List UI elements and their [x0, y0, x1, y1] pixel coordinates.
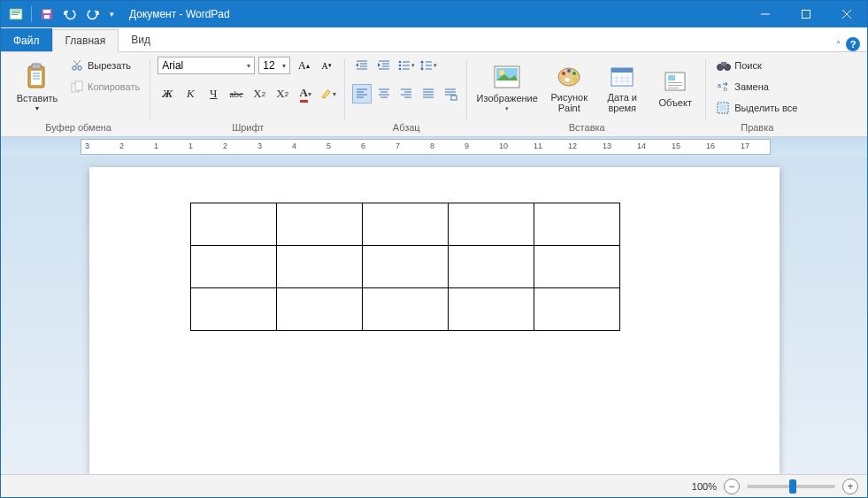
replace-icon: ab — [717, 80, 731, 94]
picture-icon — [493, 63, 521, 91]
document-table[interactable] — [190, 203, 620, 331]
maximize-button[interactable] — [786, 1, 826, 27]
insert-paint-button[interactable]: Рисунок Paint — [545, 56, 593, 118]
window-controls — [745, 1, 867, 27]
font-family-select[interactable]: Arial▾ — [157, 57, 255, 74]
underline-button[interactable]: Ч — [204, 84, 223, 103]
table-cell[interactable] — [448, 288, 534, 331]
ruler-tick: 6 — [361, 142, 365, 150]
table-cell[interactable] — [448, 246, 534, 288]
bold-button[interactable]: Ж — [157, 84, 177, 103]
table-cell[interactable] — [362, 288, 448, 331]
minimize-button[interactable] — [745, 1, 786, 27]
table-cell[interactable] — [276, 288, 362, 331]
ruler-tick: 2 — [223, 142, 227, 150]
table-cell[interactable] — [534, 203, 619, 246]
workspace: 3211234567891011121314151617 — [1, 137, 867, 474]
ruler-tick: 16 — [706, 142, 715, 150]
insert-datetime-button[interactable]: Дата и время — [598, 56, 646, 118]
table-cell[interactable] — [362, 203, 448, 246]
ruler-tick: 14 — [637, 142, 646, 150]
find-button[interactable]: Поиск — [713, 56, 801, 75]
close-button[interactable] — [826, 1, 867, 27]
ruler-tick: 10 — [499, 142, 508, 150]
table-cell[interactable] — [534, 288, 619, 331]
ruler-tick: 11 — [534, 142, 542, 150]
document-page[interactable] — [89, 167, 780, 474]
table-cell[interactable] — [190, 203, 276, 246]
svg-rect-80 — [668, 85, 682, 86]
scissors-icon — [70, 58, 84, 73]
cut-button[interactable]: Вырезать — [66, 56, 143, 75]
document-scroll-area[interactable] — [1, 157, 867, 474]
bullet-list-button[interactable]: ▾ — [396, 56, 416, 75]
align-center-button[interactable] — [374, 84, 394, 103]
undo-icon[interactable] — [60, 4, 80, 24]
zoom-slider[interactable] — [747, 485, 835, 488]
binoculars-icon — [717, 58, 731, 73]
line-spacing-button[interactable]: ▾ — [419, 56, 438, 75]
svg-rect-1 — [12, 11, 20, 11]
font-size-select[interactable]: 12▾ — [258, 57, 290, 74]
italic-button[interactable]: К — [181, 84, 200, 103]
table-cell[interactable] — [362, 246, 448, 288]
paste-button[interactable]: Вставить ▾ — [13, 56, 61, 118]
save-icon[interactable] — [37, 4, 57, 24]
svg-rect-88 — [719, 104, 726, 111]
table-cell[interactable] — [534, 246, 619, 288]
table-cell[interactable] — [190, 246, 276, 288]
svg-point-18 — [78, 66, 81, 70]
table-cell[interactable] — [276, 246, 362, 288]
shrink-font-button[interactable]: A▾ — [317, 56, 336, 75]
ruler-tick: 1 — [188, 142, 193, 150]
svg-point-69 — [565, 78, 570, 81]
align-left-button[interactable] — [352, 84, 372, 103]
zoom-thumb[interactable] — [789, 479, 796, 494]
group-editing: Поиск ab Замена Выделить все Правка — [706, 56, 808, 136]
increase-indent-button[interactable] — [374, 56, 394, 75]
tab-home[interactable]: Главная — [52, 29, 119, 52]
qat-customize-icon[interactable]: ▾ — [106, 4, 117, 24]
select-all-button[interactable]: Выделить все — [713, 98, 801, 118]
app-icon[interactable] — [6, 4, 26, 24]
decrease-indent-button[interactable] — [352, 56, 372, 75]
ruler-tick: 5 — [326, 142, 331, 150]
svg-point-68 — [573, 78, 577, 81]
superscript-button[interactable]: X2 — [273, 84, 292, 103]
replace-button[interactable]: ab Замена — [713, 77, 801, 96]
strikethrough-button[interactable]: abc — [227, 84, 246, 103]
group-label: Абзац — [393, 119, 420, 136]
help-icon[interactable]: ? — [846, 37, 860, 51]
group-label: Вставка — [569, 119, 605, 136]
zoom-out-button[interactable]: − — [724, 479, 740, 494]
ruler-tick: 8 — [430, 142, 434, 150]
tab-file[interactable]: Файл — [1, 28, 52, 51]
horizontal-ruler[interactable]: 3211234567891011121314151617 — [81, 139, 771, 155]
highlight-button[interactable]: ▾ — [319, 84, 338, 103]
subscript-button[interactable]: X2 — [250, 84, 269, 103]
collapse-ribbon-icon[interactable]: ˄ — [836, 40, 841, 50]
table-cell[interactable] — [276, 203, 362, 246]
insert-picture-button[interactable]: Изображение▾ — [474, 56, 540, 118]
redo-icon[interactable] — [83, 4, 103, 24]
ruler-tick: 4 — [292, 142, 296, 150]
paragraph-dialog-button[interactable] — [441, 84, 460, 103]
justify-button[interactable] — [419, 84, 438, 103]
ruler-container: 3211234567891011121314151617 — [1, 137, 867, 157]
svg-point-66 — [567, 69, 571, 73]
statusbar: 100% − + — [1, 474, 867, 497]
svg-text:a: a — [718, 82, 721, 88]
select-all-icon — [717, 101, 731, 115]
table-cell[interactable] — [190, 288, 276, 331]
ruler-tick: 1 — [154, 142, 158, 150]
font-color-button[interactable]: A▾ — [296, 84, 315, 103]
zoom-in-button[interactable]: + — [842, 479, 858, 494]
table-cell[interactable] — [448, 203, 534, 246]
grow-font-button[interactable]: A▴ — [294, 56, 313, 75]
align-right-button[interactable] — [396, 84, 416, 103]
group-paragraph: ▾ ▾ Абзац — [345, 56, 467, 136]
svg-point-63 — [499, 70, 504, 75]
tab-view[interactable]: Вид — [119, 28, 163, 51]
copy-button[interactable]: Копировать — [66, 77, 143, 96]
insert-object-button[interactable]: Объект — [651, 56, 699, 118]
